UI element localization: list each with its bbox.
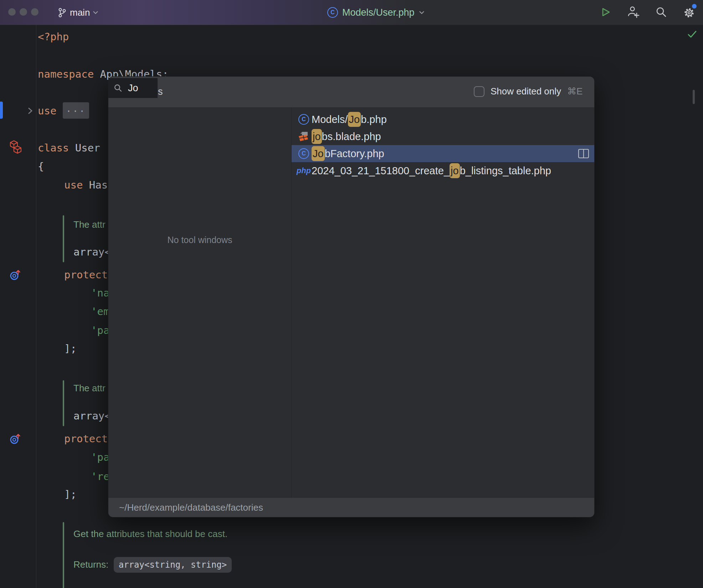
search-input[interactable]: Jo (128, 83, 138, 94)
file-type-icon-wrap: php (296, 166, 312, 175)
code-segment: 'pa (91, 324, 109, 336)
code-line: <?php (38, 27, 69, 46)
doc-comment-bar (63, 522, 64, 588)
inspections-ok-icon[interactable] (687, 30, 697, 38)
show-edited-label: Show edited only (491, 86, 561, 97)
code-line: use ... (38, 102, 89, 120)
code-segment: ]; (64, 342, 77, 355)
popup-body: No tool windows CModels/Job.phpjobs.blad… (108, 107, 594, 498)
code-segment: Has (89, 179, 108, 191)
file-row[interactable]: jobs.blade.php (292, 128, 594, 145)
doc-comment-bar (63, 380, 64, 426)
code-segment: Get the attributes that should be cast. (73, 528, 227, 539)
show-edited-only-control: Show edited only ⌘E (474, 86, 583, 97)
covered-title-fragment: s (158, 86, 163, 97)
code-line: ]; (64, 485, 77, 504)
search-field-icon (114, 84, 122, 92)
match-highlight: jo (312, 129, 322, 144)
match-highlight: Jo (312, 146, 325, 161)
code-line: ]; (64, 339, 77, 358)
file-name: 2024_03_21_151800_create_job_listings_ta… (312, 165, 551, 177)
code-segment: <?php (38, 31, 69, 43)
code-segment: array<string, string> (114, 557, 232, 573)
popup-footer: ~/Herd/example/database/factories (108, 498, 594, 517)
code-segment: use (38, 105, 63, 117)
code-segment: { (38, 160, 44, 172)
code-segment: Returns: (73, 559, 114, 570)
code-line: 'pa (91, 321, 109, 340)
code-segment: 'em (91, 305, 109, 318)
code-line: The attr (73, 215, 106, 233)
recent-files-popup: s Jo Show edited only ⌘E No tool windows… (108, 76, 595, 517)
code-line: use Has (64, 176, 108, 194)
code-segment: class (38, 142, 69, 154)
code-segment: 'pa (91, 451, 109, 463)
code-segment: The attr (73, 383, 106, 393)
code-line: protect (64, 265, 108, 284)
no-tool-windows-text: No tool windows (108, 235, 291, 245)
show-edited-shortcut: ⌘E (567, 86, 583, 97)
code-segment: ]; (64, 488, 77, 500)
code-line: Get the attributes that should be cast. (73, 524, 227, 543)
file-row[interactable]: php2024_03_21_151800_create_job_listings… (292, 162, 594, 179)
code-line: The attr (73, 378, 106, 397)
file-row[interactable]: CModels/Job.php (292, 111, 594, 128)
folded-region[interactable]: ... (63, 102, 89, 119)
code-line: 're (91, 467, 109, 486)
file-name: jobs.blade.php (312, 131, 381, 143)
scrollbar-thumb[interactable] (693, 90, 695, 104)
code-line: 'na (91, 284, 109, 302)
code-line: Returns: array<string, string> (73, 555, 232, 573)
file-row[interactable]: CJobFactory.php (292, 145, 594, 162)
code-line: class User (38, 139, 100, 157)
code-segment: use (64, 179, 89, 191)
code-line: 'pa (91, 448, 109, 466)
match-highlight: Jo (348, 112, 361, 127)
match-highlight: jo (450, 163, 460, 178)
php-file-icon: php (297, 166, 311, 175)
code-line: 'em (91, 302, 109, 321)
class-file-icon: C (298, 114, 309, 125)
file-type-icon-wrap (296, 131, 312, 142)
file-name: Models/Job.php (312, 114, 387, 125)
code-segment: protect (64, 433, 108, 445)
popup-header: s Jo Show edited only ⌘E (108, 77, 594, 107)
ide-window: main C Models/User.php (0, 0, 703, 588)
code-segment: The attr (73, 219, 106, 230)
file-list: CModels/Job.phpjobs.blade.phpCJobFactory… (292, 107, 594, 498)
file-type-icon-wrap: C (296, 148, 312, 159)
footer-path: ~/Herd/example/database/factories (119, 502, 263, 513)
search-box[interactable]: Jo (108, 78, 158, 98)
code-line: protect (64, 429, 108, 448)
code-segment: 're (91, 470, 109, 483)
code-line: { (38, 157, 44, 176)
class-file-icon: C (298, 148, 309, 159)
code-segment: User (69, 142, 100, 154)
code-segment: 'na (91, 287, 109, 299)
doc-comment-bar (63, 215, 64, 262)
open-in-split-icon[interactable] (578, 149, 589, 159)
file-type-icon-wrap: C (296, 114, 312, 125)
code-segment: namespace (38, 68, 94, 80)
code-segment: protect (64, 269, 108, 281)
blade-file-icon (298, 131, 309, 142)
file-name: JobFactory.php (312, 148, 384, 160)
show-edited-checkbox[interactable] (474, 86, 484, 97)
